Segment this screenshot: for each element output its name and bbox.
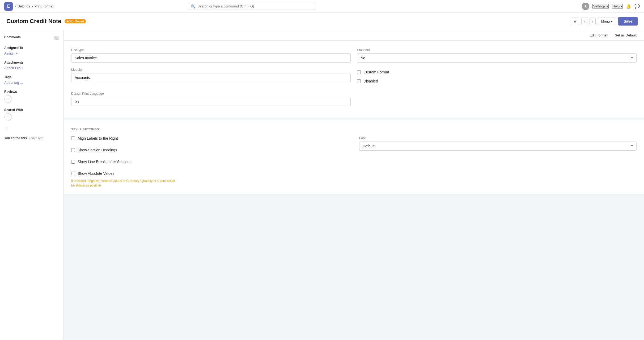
style-checkboxes-col: Align Labels to the Right Show Section H… xyxy=(71,136,349,188)
sidebar-assigned-section: Assigned To Assign + xyxy=(4,46,59,55)
sidebar-comments-row: Comments 0 xyxy=(4,35,59,41)
form-row-2: Module Custom Format Disabled xyxy=(71,68,637,86)
show-absolute-row: Show Absolute Values xyxy=(71,171,349,176)
show-absolute-label: Show Absolute Values xyxy=(78,171,114,176)
avatar[interactable]: A xyxy=(582,3,589,10)
sidebar: Comments 0 Assigned To Assign + Attachme… xyxy=(0,30,64,340)
standard-label: Standard xyxy=(357,48,637,52)
main-layout: Comments 0 Assigned To Assign + Attachme… xyxy=(0,30,644,340)
breadcrumb-print-format[interactable]: Print Format xyxy=(35,4,54,8)
standard-group: Standard No Yes xyxy=(357,48,637,63)
footer-note: You edited this 3 days ago xyxy=(4,136,59,140)
add-shared-button[interactable]: + xyxy=(4,113,12,121)
like-icon[interactable]: ♡ xyxy=(4,126,59,132)
disabled-row: Disabled xyxy=(357,79,637,83)
attach-plus-icon: + xyxy=(22,66,24,70)
module-input[interactable] xyxy=(71,73,351,82)
save-button[interactable]: Save xyxy=(618,17,638,26)
custom-format-row: Custom Format xyxy=(357,70,637,74)
app-icon[interactable]: E xyxy=(4,2,13,11)
sidebar-tags-section: Tags Add a tag ... xyxy=(4,75,59,85)
show-line-breaks-checkbox[interactable] xyxy=(71,160,75,164)
checkboxes-group: Custom Format Disabled xyxy=(357,68,637,86)
doctype-group: DocType xyxy=(71,48,351,63)
prev-button[interactable]: ‹ xyxy=(581,18,587,25)
assigned-to-label: Assigned To xyxy=(4,46,59,50)
edit-format-button[interactable]: Edit Format xyxy=(587,32,609,38)
breadcrumb-sep-1: › xyxy=(15,4,16,8)
custom-format-checkbox[interactable] xyxy=(357,70,361,74)
settings-chevron-icon: ▾ xyxy=(606,4,608,8)
sidebar-shared-section: Shared With + xyxy=(4,108,59,121)
tags-label: Tags xyxy=(4,75,59,79)
header-actions: 🖨 ‹ › Menu ▾ Save xyxy=(571,17,638,26)
style-checkbox-group: Align Labels to the Right Show Section H… xyxy=(71,136,349,188)
reviews-label: Reviews xyxy=(4,90,59,94)
sidebar-reviews-section: Reviews + xyxy=(4,90,59,103)
style-card: STYLE SETTINGS Align Labels to the Right… xyxy=(64,120,644,194)
sidebar-attachments-section: Attachments Attach File + xyxy=(4,61,59,70)
menu-button[interactable]: Menu ▾ xyxy=(598,18,616,25)
nav-right: A Settings ▾ Help ▾ 🔔 💬 xyxy=(582,3,640,10)
settings-nav-button[interactable]: Settings ▾ xyxy=(592,4,609,9)
attach-file-button[interactable]: Attach File + xyxy=(4,66,24,70)
top-nav: E › Settings › Print Format 🔍 A Settings… xyxy=(0,0,644,13)
align-labels-row: Align Labels to the Right xyxy=(71,136,349,140)
assign-button[interactable]: Assign + xyxy=(4,51,18,55)
doctype-input[interactable] xyxy=(71,53,351,63)
print-button[interactable]: 🖨 xyxy=(571,18,579,25)
page-title: Custom Credit Note xyxy=(6,18,61,25)
language-input[interactable] xyxy=(71,97,351,106)
absolute-values-group: Show Absolute Values If checked, negativ… xyxy=(71,171,349,188)
language-group: Default Print Language xyxy=(71,92,351,106)
add-review-button[interactable]: + xyxy=(4,95,12,103)
doctype-label: DocType xyxy=(71,48,351,52)
module-group: Module xyxy=(71,68,351,86)
align-labels-checkbox[interactable] xyxy=(71,136,75,140)
search-input[interactable] xyxy=(197,4,312,8)
page-title-area: Custom Credit Note Not Saved xyxy=(6,18,86,25)
main-content: Edit Format Set as Default DocType Stand… xyxy=(64,30,644,340)
comments-label: Comments xyxy=(4,35,21,39)
show-headings-row: Show Section Headings xyxy=(71,148,349,152)
status-dot xyxy=(67,20,69,22)
disabled-label: Disabled xyxy=(363,79,378,83)
font-select[interactable]: Default Arial Times New Roman Courier Ne… xyxy=(359,142,637,151)
menu-chevron-icon: ▾ xyxy=(611,19,613,23)
breadcrumb-settings[interactable]: Settings xyxy=(18,4,30,8)
standard-select[interactable]: No Yes xyxy=(357,53,637,63)
show-line-breaks-row: Show Line Breaks after Sections xyxy=(71,160,349,164)
form-row-1: DocType Standard No Yes xyxy=(71,48,637,63)
help-chevron-icon: ▾ xyxy=(620,4,622,8)
form-card: DocType Standard No Yes Module xyxy=(64,41,644,118)
notifications-icon[interactable]: 🔔 xyxy=(626,4,631,9)
next-button[interactable]: › xyxy=(590,18,596,25)
set-as-default-button[interactable]: Set as Default xyxy=(613,32,639,38)
search-bar: 🔍 xyxy=(188,3,315,10)
sidebar-comments-section: Comments 0 xyxy=(4,35,59,41)
chat-icon[interactable]: 💬 xyxy=(634,4,640,9)
breadcrumb: › Settings › Print Format xyxy=(15,4,53,8)
content-toolbar: Edit Format Set as Default xyxy=(64,30,644,41)
status-badge: Not Saved xyxy=(65,19,86,23)
font-col: Font Default Arial Times New Roman Couri… xyxy=(359,136,637,188)
align-labels-label: Align Labels to the Right xyxy=(78,136,118,140)
module-label: Module xyxy=(71,68,351,72)
font-group: Font Default Arial Times New Roman Couri… xyxy=(359,136,637,151)
disabled-checkbox[interactable] xyxy=(357,79,361,83)
page-header: Custom Credit Note Not Saved 🖨 ‹ › Menu … xyxy=(0,13,644,30)
attachments-label: Attachments xyxy=(4,61,59,64)
custom-format-label: Custom Format xyxy=(363,70,389,74)
breadcrumb-sep-2: › xyxy=(32,4,33,8)
help-nav-button[interactable]: Help ▾ xyxy=(612,4,623,9)
show-headings-checkbox[interactable] xyxy=(71,148,75,152)
assign-plus-icon: + xyxy=(16,51,18,55)
shared-with-label: Shared With xyxy=(4,108,59,112)
show-absolute-checkbox[interactable] xyxy=(71,172,75,175)
style-row: Align Labels to the Right Show Section H… xyxy=(71,136,637,188)
language-label: Default Print Language xyxy=(71,92,351,96)
show-headings-label: Show Section Headings xyxy=(78,148,117,152)
add-tag-button[interactable]: Add a tag ... xyxy=(4,81,23,85)
absolute-values-hint: If checked, negative numeric values of C… xyxy=(71,179,177,188)
form-row-3: Default Print Language xyxy=(71,92,637,106)
